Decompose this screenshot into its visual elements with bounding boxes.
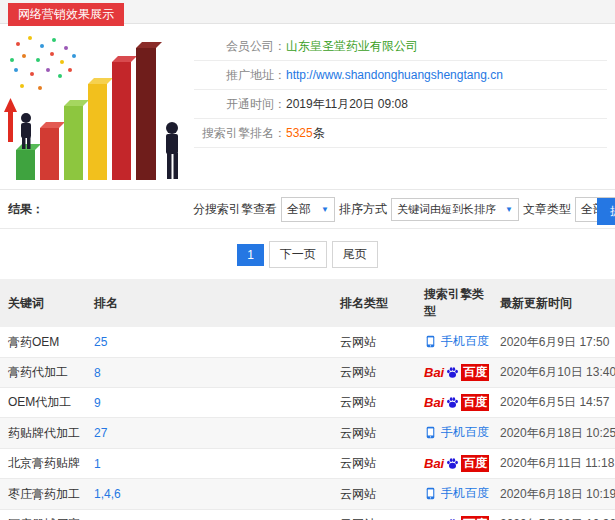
rank-count-suffix: 条 bbox=[313, 125, 325, 142]
phone-icon bbox=[424, 426, 437, 439]
top-section: 会员公司： 山东皇圣堂药业有限公司 推广地址： http://www.shand… bbox=[0, 24, 615, 190]
keyword-cell: 膏药OEM bbox=[0, 327, 86, 358]
phone-icon bbox=[424, 487, 437, 500]
baidu-paw-icon bbox=[446, 457, 459, 470]
chevron-down-icon: ▼ bbox=[505, 205, 513, 214]
sort-filter-select[interactable]: 关键词由短到长排序 ▼ bbox=[391, 198, 519, 221]
rank-type-cell: 云网站 bbox=[332, 418, 416, 449]
rank-count-label: 搜索引擎排名： bbox=[194, 125, 286, 142]
table-row: 枣庄膏药加工1,4,6云网站手机百度2020年6月18日 10:19 bbox=[0, 479, 615, 510]
mobile-baidu-icon: 手机百度 bbox=[424, 333, 489, 350]
info-row-url: 推广地址： http://www.shandonghuangshengtang.… bbox=[194, 61, 607, 90]
updated-cell: 2020年5月29日 10:32 bbox=[492, 510, 615, 520]
keyword-cell: OEM代加工 bbox=[0, 388, 86, 418]
engine-filter-select[interactable]: 全部 ▼ bbox=[281, 197, 335, 222]
table-body: 膏药OEM25云网站手机百度2020年6月9日 17:50膏药代加工8云网站Ba… bbox=[0, 327, 615, 520]
baidu-logo-icon: Bai百度 bbox=[424, 455, 489, 472]
updated-cell: 2020年6月11日 11:18 bbox=[492, 449, 615, 479]
rank-type-cell: 云网站 bbox=[332, 388, 416, 418]
page-last-button[interactable]: 尾页 bbox=[332, 241, 378, 268]
rank-cell: 1 bbox=[86, 449, 332, 479]
marketing-illustration bbox=[4, 32, 186, 181]
promotion-url-link[interactable]: http://www.shandonghuangshengtang.cn bbox=[286, 68, 503, 82]
rank-type-cell: 云网站 bbox=[332, 449, 416, 479]
baidu-logo-icon: Bai百度 bbox=[424, 394, 489, 411]
engine-type-cell: Bai百度 bbox=[416, 388, 492, 418]
info-row-open-time: 开通时间： 2019年11月20日 09:08 bbox=[194, 90, 607, 119]
header-rank-type: 排名类型 bbox=[332, 279, 416, 327]
chevron-down-icon: ▼ bbox=[321, 205, 329, 214]
keyword-cell: 药贴牌代加工 bbox=[0, 418, 86, 449]
keyword-cell: 北京膏药贴牌 bbox=[0, 449, 86, 479]
engine-type-cell: Bai百度 bbox=[416, 358, 492, 388]
pagination: 1 下一页 尾页 bbox=[0, 229, 615, 279]
updated-cell: 2020年6月10日 13:40 bbox=[492, 358, 615, 388]
updated-cell: 2020年6月5日 14:57 bbox=[492, 388, 615, 418]
article-type-label: 文章类型 bbox=[523, 201, 571, 218]
engine-filter-value: 全部 bbox=[287, 201, 311, 218]
table-row: 膏药OEM25云网站手机百度2020年6月9日 17:50 bbox=[0, 327, 615, 358]
page-title-tab: 网络营销效果展示 bbox=[8, 3, 124, 26]
company-link[interactable]: 山东皇圣堂药业有限公司 bbox=[286, 38, 418, 55]
updated-cell: 2020年6月9日 17:50 bbox=[492, 327, 615, 358]
bar-chart-clipart bbox=[4, 32, 186, 182]
top-bar: 网络营销效果展示 bbox=[0, 0, 615, 24]
table-row: 膏药代加工8云网站Bai百度2020年6月10日 13:40 bbox=[0, 358, 615, 388]
keyword-cell: 膏药代加工 bbox=[0, 358, 86, 388]
updated-cell: 2020年6月18日 10:25 bbox=[492, 418, 615, 449]
sort-filter-label: 排序方式 bbox=[339, 201, 387, 218]
engine-type-cell: 手机百度 bbox=[416, 418, 492, 449]
table-row: OEM代加工9云网站Bai百度2020年6月5日 14:57 bbox=[0, 388, 615, 418]
result-label: 结果： bbox=[8, 201, 44, 218]
baidu-logo-icon: Bai百度 bbox=[424, 516, 489, 520]
header-updated: 最新更新时间 bbox=[492, 279, 615, 327]
header-keyword: 关键词 bbox=[0, 279, 86, 327]
rank-type-cell: 云网站 bbox=[332, 510, 416, 520]
page-next-button[interactable]: 下一页 bbox=[269, 241, 327, 268]
table-header: 关键词 排名 排名类型 搜索引擎类型 最新更新时间 bbox=[0, 279, 615, 327]
info-row-rank-count: 搜索引擎排名： 5325 条 bbox=[194, 119, 607, 148]
mobile-baidu-icon: 手机百度 bbox=[424, 485, 489, 502]
rank-cell: 8 bbox=[86, 358, 332, 388]
engine-type-cell: Bai百度 bbox=[416, 449, 492, 479]
filter-group: 分搜索引擎查看 全部 ▼ 排序方式 关键词由短到长排序 ▼ 文章类型 全部 ▼ bbox=[193, 190, 615, 228]
rank-cell: 9 bbox=[86, 388, 332, 418]
info-row-company: 会员公司： 山东皇圣堂药业有限公司 bbox=[194, 32, 607, 61]
keyword-cell: 枣庄膏药加工 bbox=[0, 479, 86, 510]
rank-cell: 27 bbox=[86, 418, 332, 449]
engine-type-cell: 手机百度 bbox=[416, 479, 492, 510]
baidu-paw-icon bbox=[446, 396, 459, 409]
rank-type-cell: 云网站 bbox=[332, 327, 416, 358]
company-label: 会员公司： bbox=[194, 38, 286, 55]
rank-type-cell: 云网站 bbox=[332, 358, 416, 388]
table-row: 医疗器械厂家4云网站Bai百度2020年5月29日 10:32 bbox=[0, 510, 615, 520]
page-current[interactable]: 1 bbox=[237, 244, 264, 266]
rank-cell: 4 bbox=[86, 510, 332, 520]
mobile-baidu-icon: 手机百度 bbox=[424, 424, 489, 441]
table-row: 药贴牌代加工27云网站手机百度2020年6月18日 10:25 bbox=[0, 418, 615, 449]
baidu-logo-icon: Bai百度 bbox=[424, 364, 489, 381]
header-engine-type: 搜索引擎类型 bbox=[416, 279, 492, 327]
engine-filter-label: 分搜索引擎查看 bbox=[193, 201, 277, 218]
submit-button[interactable]: 提交 bbox=[597, 198, 615, 225]
rank-cell: 1,4,6 bbox=[86, 479, 332, 510]
rank-count-value: 5325 bbox=[286, 126, 313, 140]
phone-icon bbox=[424, 335, 437, 348]
header-rank: 排名 bbox=[86, 279, 332, 327]
updated-cell: 2020年6月18日 10:19 bbox=[492, 479, 615, 510]
rank-type-cell: 云网站 bbox=[332, 479, 416, 510]
rank-cell: 25 bbox=[86, 327, 332, 358]
baidu-paw-icon bbox=[446, 366, 459, 379]
url-label: 推广地址： bbox=[194, 67, 286, 84]
results-table: 关键词 排名 排名类型 搜索引擎类型 最新更新时间 膏药OEM25云网站手机百度… bbox=[0, 279, 615, 520]
filter-bar: 结果： 分搜索引擎查看 全部 ▼ 排序方式 关键词由短到长排序 ▼ 文章类型 全… bbox=[0, 190, 615, 229]
open-time-label: 开通时间： bbox=[194, 96, 286, 113]
engine-type-cell: 手机百度 bbox=[416, 327, 492, 358]
engine-type-cell: Bai百度 bbox=[416, 510, 492, 520]
table-row: 北京膏药贴牌1云网站Bai百度2020年6月11日 11:18 bbox=[0, 449, 615, 479]
open-time-value: 2019年11月20日 09:08 bbox=[286, 96, 408, 113]
keyword-cell: 医疗器械厂家 bbox=[0, 510, 86, 520]
sort-filter-value: 关键词由短到长排序 bbox=[397, 202, 496, 217]
member-info: 会员公司： 山东皇圣堂药业有限公司 推广地址： http://www.shand… bbox=[194, 32, 607, 181]
